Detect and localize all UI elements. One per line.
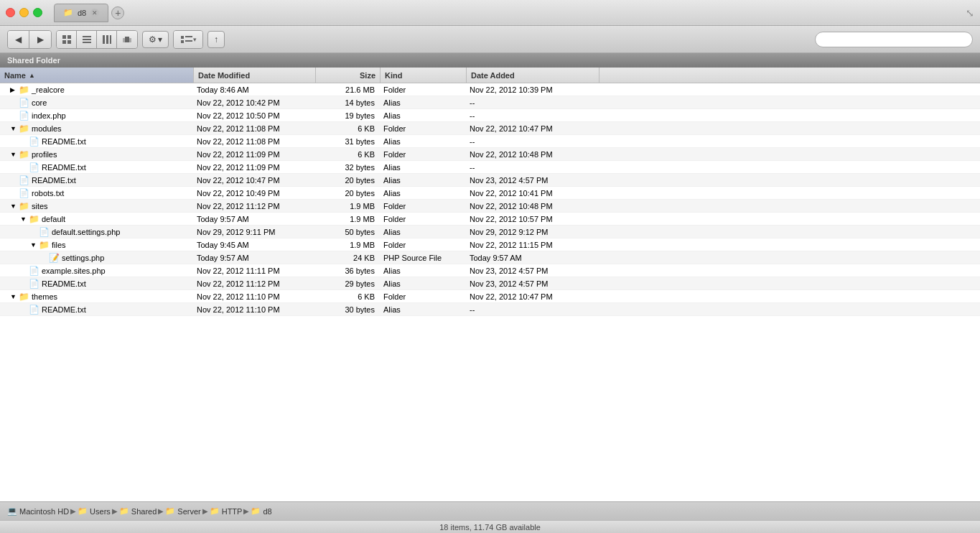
table-row[interactable]: 📄 index.php Nov 22, 2012 10:50 PM 19 byt… <box>0 109 980 122</box>
breadcrumb-item-macintosh-hd[interactable]: 💻Macintosh HD <box>7 506 69 516</box>
action-arrow: ▾ <box>158 34 162 45</box>
breadcrumb-item-shared[interactable]: 📁Shared <box>119 506 157 516</box>
file-name: settings.php <box>62 254 104 262</box>
table-row[interactable]: ▼ 📁 default Today 9:57 AM 1.9 MB Folder … <box>0 213 980 226</box>
table-row[interactable]: 📄 README.txt Nov 22, 2012 11:12 PM 29 by… <box>0 277 980 290</box>
maximize-button[interactable] <box>33 8 42 17</box>
view-buttons <box>56 30 138 49</box>
table-row[interactable]: 📝 settings.php Today 9:57 AM 24 KB PHP S… <box>0 251 980 264</box>
bc-icon: 📁 <box>165 506 175 516</box>
cell-kind: PHP Source File <box>381 251 467 264</box>
cell-size: 29 bytes <box>316 277 381 289</box>
table-row[interactable]: ▼ 📁 files Today 9:45 AM 1.9 MB Folder No… <box>0 238 980 251</box>
table-row[interactable]: ▼ 📁 profiles Nov 22, 2012 11:09 PM 6 KB … <box>0 148 980 161</box>
table-row[interactable]: 📄 README.txt Nov 22, 2012 10:47 PM 20 by… <box>0 174 980 187</box>
breadcrumb-separator: ▶ <box>112 507 118 515</box>
file-icon: 📄 <box>19 98 29 108</box>
cell-modified: Nov 22, 2012 11:08 PM <box>194 135 316 147</box>
cell-name: 📝 settings.php <box>0 251 194 264</box>
table-row[interactable]: 📄 core Nov 22, 2012 10:42 PM 14 bytes Al… <box>0 96 980 109</box>
cell-size: 1.9 MB <box>316 200 381 212</box>
arrange-button[interactable]: ▾ <box>174 31 202 48</box>
icon-view-button[interactable] <box>57 31 77 48</box>
tab-d8[interactable]: 📁 d8 ✕ <box>54 4 108 22</box>
file-icon: 📁 <box>29 214 39 224</box>
coverflow-view-button[interactable] <box>117 31 137 48</box>
cell-added: Nov 23, 2012 4:57 PM <box>467 264 599 277</box>
search-input[interactable] <box>815 32 973 47</box>
file-icon: 📄 <box>29 162 39 172</box>
table-row[interactable]: 📄 README.txt Nov 22, 2012 11:09 PM 32 by… <box>0 161 980 174</box>
cell-size: 19 bytes <box>316 109 381 121</box>
file-name: _realcore <box>32 85 65 94</box>
table-row[interactable]: 📄 example.sites.php Nov 22, 2012 11:11 P… <box>0 264 980 277</box>
svg-rect-4 <box>83 36 91 37</box>
cell-size: 14 bytes <box>316 96 381 108</box>
cell-size: 50 bytes <box>316 226 381 238</box>
list-view-button[interactable] <box>77 31 97 48</box>
table-row[interactable]: ▶ 📁 _realcore Today 8:46 AM 21.6 MB Fold… <box>0 83 980 96</box>
column-view-button[interactable] <box>97 31 117 48</box>
breadcrumb-item-d8[interactable]: 📁d8 <box>251 506 271 516</box>
table-row[interactable]: 📄 default.settings.php Nov 29, 2012 9:11… <box>0 226 980 238</box>
svg-rect-11 <box>123 38 125 42</box>
arrange-buttons: ▾ <box>173 30 203 49</box>
file-icon: 📄 <box>29 279 39 289</box>
share-button[interactable]: ↑ <box>207 31 225 48</box>
file-icon: 📄 <box>29 136 39 147</box>
table-row[interactable]: 📄 robots.txt Nov 22, 2012 10:49 PM 20 by… <box>0 187 980 200</box>
col-header-size[interactable]: Size <box>316 68 381 83</box>
col-header-modified[interactable]: Date Modified <box>194 68 316 83</box>
cell-size: 24 KB <box>316 251 381 264</box>
file-icon: 📁 <box>39 240 50 250</box>
col-header-kind[interactable]: Kind <box>381 68 467 83</box>
svg-rect-0 <box>62 35 66 39</box>
table-row[interactable]: ▼ 📁 themes Nov 22, 2012 11:10 PM 6 KB Fo… <box>0 290 980 303</box>
table-row[interactable]: ▼ 📁 modules Nov 22, 2012 11:08 PM 6 KB F… <box>0 122 980 135</box>
breadcrumb-item-http[interactable]: 📁HTTP <box>210 506 243 516</box>
cell-name: ▼ 📁 files <box>0 238 194 251</box>
expand-arrow: ▼ <box>10 151 17 158</box>
cell-name: 📄 README.txt <box>0 135 194 147</box>
bc-icon: 📁 <box>119 506 129 516</box>
cell-kind: Folder <box>381 290 467 302</box>
col-header-added[interactable]: Date Added <box>467 68 599 83</box>
cell-size: 6 KB <box>316 290 381 302</box>
cell-added: Nov 22, 2012 10:47 PM <box>467 122 599 134</box>
close-button[interactable] <box>6 8 15 17</box>
cell-added: Nov 22, 2012 10:41 PM <box>467 187 599 199</box>
minimize-button[interactable] <box>19 8 29 17</box>
cell-modified: Nov 22, 2012 11:09 PM <box>194 161 316 173</box>
forward-button[interactable]: ▶ <box>29 31 51 48</box>
cell-name: ▼ 📁 default <box>0 213 194 225</box>
cell-kind: Alias <box>381 303 467 315</box>
table-row[interactable]: 📄 README.txt Nov 22, 2012 11:08 PM 31 by… <box>0 135 980 148</box>
action-button[interactable]: ⚙ ▾ <box>142 31 169 48</box>
cell-name: 📄 robots.txt <box>0 187 194 199</box>
cell-size: 20 bytes <box>316 187 381 199</box>
cell-modified: Today 8:46 AM <box>194 83 316 96</box>
cell-added: Nov 22, 2012 10:48 PM <box>467 148 599 160</box>
new-tab-button[interactable]: + <box>111 6 124 19</box>
file-name: themes <box>32 292 57 301</box>
cell-size: 36 bytes <box>316 264 381 277</box>
table-row[interactable]: ▼ 📁 sites Nov 22, 2012 11:12 PM 1.9 MB F… <box>0 200 980 213</box>
cell-name: 📄 README.txt <box>0 303 194 315</box>
breadcrumb-item-server[interactable]: 📁Server <box>165 506 200 516</box>
table-row[interactable]: 📄 README.txt Nov 22, 2012 11:10 PM 30 by… <box>0 303 980 316</box>
breadcrumb-item-users[interactable]: 📁Users <box>78 506 111 516</box>
cell-added: Nov 22, 2012 10:39 PM <box>467 83 599 96</box>
file-icon: 📄 <box>29 266 39 276</box>
title-bar: 📁 d8 ✕ + ⤡ <box>0 0 980 26</box>
cell-kind: Alias <box>381 226 467 238</box>
cell-size: 20 bytes <box>316 174 381 186</box>
bc-label: Shared <box>131 507 157 516</box>
cell-kind: Folder <box>381 148 467 160</box>
col-header-name[interactable]: Name ▲ <box>0 68 194 83</box>
file-name: profiles <box>32 150 57 159</box>
file-name: README.txt <box>42 279 86 288</box>
file-icon: 📁 <box>19 292 29 302</box>
tab-close-button[interactable]: ✕ <box>90 9 99 17</box>
cell-modified: Nov 22, 2012 11:10 PM <box>194 290 316 302</box>
back-button[interactable]: ◀ <box>8 31 29 48</box>
